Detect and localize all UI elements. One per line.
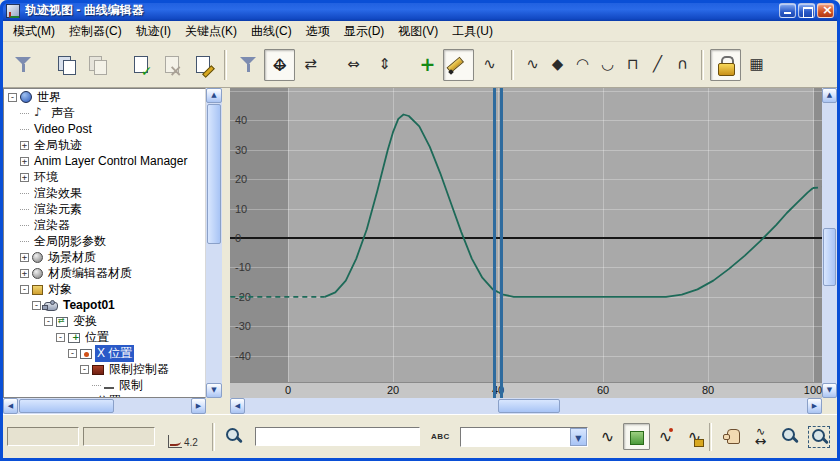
- combo-dropdown-button[interactable]: [570, 428, 587, 446]
- set-tangents-smooth-button[interactable]: [670, 49, 695, 81]
- tree-item-16[interactable]: -X 位置: [4, 345, 205, 361]
- curve-vertical-scrollbar-up-arrow[interactable]: ▲: [822, 88, 837, 103]
- animation-curve[interactable]: [325, 115, 813, 297]
- menu-item-6[interactable]: 显示(D): [337, 21, 392, 42]
- time-slider-line-right[interactable]: [500, 88, 503, 398]
- tree-item-8[interactable]: 渲染器: [4, 217, 205, 233]
- draw-curves-button[interactable]: [443, 49, 474, 81]
- tree-item-6[interactable]: 渲染效果: [4, 185, 205, 201]
- expander-minus-icon[interactable]: -: [56, 333, 65, 342]
- set-tangents-auto-button[interactable]: [520, 49, 545, 81]
- expander-minus-icon[interactable]: -: [68, 349, 77, 358]
- reduce-keys-button[interactable]: [474, 49, 505, 81]
- set-tangents-step-button[interactable]: [620, 49, 645, 81]
- lock-selection-button[interactable]: [710, 49, 741, 81]
- tree-item-7[interactable]: 渲染元素: [4, 201, 205, 217]
- tree-vertical-scrollbar[interactable]: ▲▼: [206, 88, 222, 398]
- tree-item-12[interactable]: -对象: [4, 281, 205, 297]
- menu-item-7[interactable]: 视图(V): [391, 21, 445, 42]
- snap-frames-button[interactable]: [623, 423, 650, 450]
- filters-button[interactable]: [8, 49, 39, 81]
- tree-item-2[interactable]: Video Post: [4, 121, 205, 137]
- delete-controller-button[interactable]: [156, 49, 187, 81]
- expander-plus-icon[interactable]: +: [20, 141, 29, 150]
- maximize-button[interactable]: [798, 3, 815, 18]
- animation-curve-svg[interactable]: [230, 88, 822, 382]
- set-tangents-fast-button[interactable]: [570, 49, 595, 81]
- tree-item-10[interactable]: +场景材质: [4, 249, 205, 265]
- tree-item-4[interactable]: +Anim Layer Control Manager: [4, 153, 205, 169]
- snap-frames-button[interactable]: [741, 49, 772, 81]
- hierarchy-tree[interactable]: -世界声音Video Post+全局轨迹+Anim Layer Control …: [3, 88, 206, 398]
- tree-horizontal-scrollbar-thumb[interactable]: [19, 399, 114, 413]
- panel-splitter[interactable]: [222, 88, 230, 414]
- menu-item-2[interactable]: 轨迹(I): [129, 21, 178, 42]
- scale-keys-button[interactable]: [338, 49, 369, 81]
- tree-item-17[interactable]: -限制控制器: [4, 361, 205, 377]
- tree-vertical-scrollbar-up-arrow[interactable]: ▲: [206, 88, 222, 103]
- zoom-region-button[interactable]: [805, 423, 832, 450]
- show-selected-key-stats-button[interactable]: [594, 423, 621, 450]
- menu-item-4[interactable]: 曲线(C): [244, 21, 299, 42]
- expander-minus-icon[interactable]: -: [80, 365, 89, 374]
- tree-item-5[interactable]: +环境: [4, 169, 205, 185]
- curve-vertical-scrollbar[interactable]: ▲▼: [822, 88, 837, 398]
- curve-extrapolation-segment[interactable]: [813, 187, 822, 188]
- expander-plus-icon[interactable]: +: [20, 253, 29, 262]
- tree-item-3[interactable]: +全局轨迹: [4, 137, 205, 153]
- frame-ruler[interactable]: 020406080100: [230, 382, 822, 398]
- title-bar[interactable]: 轨迹视图 - 曲线编辑器: [0, 0, 840, 21]
- expander-minus-icon[interactable]: -: [44, 317, 53, 326]
- tree-vertical-scrollbar-thumb[interactable]: [207, 104, 221, 244]
- make-controller-unique-button[interactable]: [187, 49, 218, 81]
- set-tangents-linear-button[interactable]: [645, 49, 670, 81]
- pan-button[interactable]: [718, 423, 745, 450]
- curve-vertical-scrollbar-thumb[interactable]: [823, 228, 836, 286]
- zoom-button[interactable]: [776, 423, 803, 450]
- menu-item-0[interactable]: 模式(M): [6, 21, 62, 42]
- expander-plus-icon[interactable]: +: [20, 269, 29, 278]
- menu-item-5[interactable]: 选项: [299, 21, 337, 42]
- curve-vertical-scrollbar-down-arrow[interactable]: ▼: [822, 383, 837, 398]
- menu-item-8[interactable]: 工具(U): [445, 21, 500, 42]
- expander-minus-icon[interactable]: -: [32, 301, 41, 310]
- curve-editor-canvas[interactable]: 403020100-10-20-30-40020406080100: [230, 88, 822, 398]
- tree-horizontal-scrollbar-right-arrow[interactable]: ▶: [191, 398, 206, 414]
- filter-keys-button[interactable]: [233, 49, 264, 81]
- zoom-selected-object-button[interactable]: [221, 423, 248, 450]
- time-slider-line-left[interactable]: [493, 88, 496, 398]
- track-set-combo[interactable]: [460, 427, 588, 447]
- curve-horizontal-scrollbar-right-arrow[interactable]: ▶: [807, 398, 822, 414]
- tree-item-9[interactable]: 全局阴影参数: [4, 233, 205, 249]
- tree-item-15[interactable]: -位置: [4, 329, 205, 345]
- tree-item-14[interactable]: -变换: [4, 313, 205, 329]
- lock-tangents-button[interactable]: [681, 423, 708, 450]
- set-tangents-custom-button[interactable]: [545, 49, 570, 81]
- expander-minus-icon[interactable]: -: [20, 285, 29, 294]
- scale-values-button[interactable]: [369, 49, 400, 81]
- tree-horizontal-scrollbar-left-arrow[interactable]: ◀: [3, 398, 18, 414]
- paste-controller-button[interactable]: [82, 49, 113, 81]
- key-stats-display[interactable]: 4.2: [168, 426, 198, 448]
- menu-item-1[interactable]: 控制器(C): [62, 21, 129, 42]
- slide-keys-button[interactable]: [295, 49, 326, 81]
- expander-minus-icon[interactable]: -: [8, 93, 17, 102]
- copy-controller-button[interactable]: [51, 49, 82, 81]
- tree-horizontal-scrollbar[interactable]: ◀▶: [3, 398, 206, 414]
- close-button[interactable]: [817, 3, 834, 18]
- assign-controller-button[interactable]: [125, 49, 156, 81]
- curve-horizontal-scrollbar[interactable]: ◀▶: [230, 398, 822, 414]
- show-tangents-button[interactable]: [652, 423, 679, 450]
- curve-horizontal-scrollbar-thumb[interactable]: [498, 399, 560, 413]
- curve-horizontal-scrollbar-left-arrow[interactable]: ◀: [230, 398, 245, 414]
- menu-item-3[interactable]: 关键点(K): [178, 21, 244, 42]
- tree-vertical-scrollbar-down-arrow[interactable]: ▼: [206, 383, 222, 398]
- set-tangents-slow-button[interactable]: [595, 49, 620, 81]
- tree-item-11[interactable]: +材质编辑器材质: [4, 265, 205, 281]
- minimize-button[interactable]: [779, 3, 796, 18]
- select-by-name-filter-button[interactable]: ABC: [427, 423, 454, 450]
- zoom-horizontal-extents-button[interactable]: [747, 423, 774, 450]
- track-selection-field[interactable]: [255, 427, 420, 446]
- tree-item-18[interactable]: 限制: [4, 377, 205, 393]
- expander-plus-icon[interactable]: +: [20, 157, 29, 166]
